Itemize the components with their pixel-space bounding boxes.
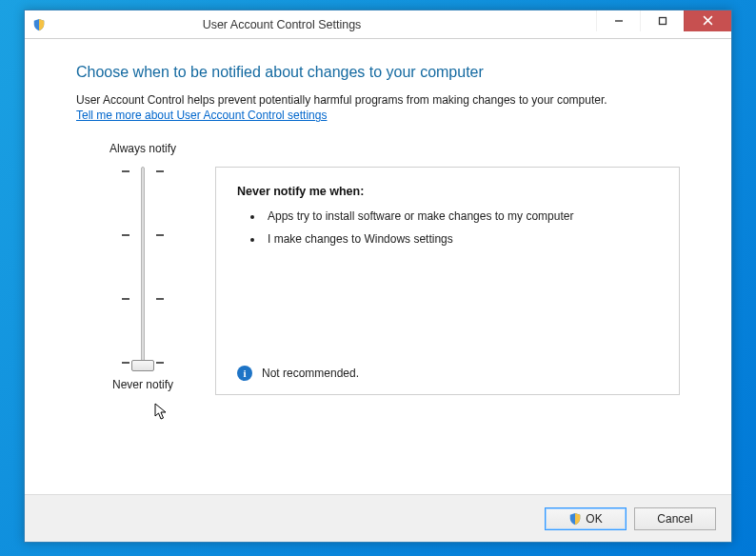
slider-label-always: Always notify [76, 142, 209, 155]
notification-description-panel: Never notify me when: Apps try to instal… [215, 167, 680, 395]
window-title: User Account Control Settings [0, 18, 596, 31]
panel-footer: i Not recommended. [237, 356, 658, 381]
notification-slider: Always notify Never notify [76, 142, 209, 391]
svg-rect-1 [659, 17, 666, 24]
slider-thumb[interactable] [131, 360, 154, 371]
page-description: User Account Control helps prevent poten… [76, 92, 680, 123]
dialog-footer: OK Cancel [25, 494, 731, 542]
slider-track[interactable] [76, 167, 209, 367]
panel-item: I make changes to Windows settings [264, 232, 658, 246]
shield-icon [568, 512, 582, 526]
panel-item-list: Apps try to install software or make cha… [237, 209, 658, 255]
slider-area: Always notify Never notify Never notify … [76, 142, 680, 395]
panel-footer-text: Not recommended. [262, 367, 359, 380]
ok-button-label: OK [586, 512, 602, 526]
cancel-button-label: Cancel [657, 512, 692, 526]
maximize-button[interactable] [640, 10, 684, 31]
content-area: Choose when to be notified about changes… [25, 39, 731, 494]
ok-button[interactable]: OK [545, 507, 627, 530]
slider-label-never: Never notify [76, 378, 209, 391]
window-controls [596, 10, 731, 31]
learn-more-link[interactable]: Tell me more about User Account Control … [76, 108, 327, 123]
info-icon: i [237, 366, 252, 381]
panel-title: Never notify me when: [237, 185, 658, 198]
cancel-button[interactable]: Cancel [634, 507, 716, 530]
close-button[interactable] [684, 10, 731, 31]
minimize-button[interactable] [596, 10, 640, 31]
titlebar[interactable]: User Account Control Settings [25, 10, 731, 39]
page-heading: Choose when to be notified about changes… [76, 64, 680, 81]
panel-item: Apps try to install software or make cha… [264, 209, 658, 223]
uac-settings-window: User Account Control Settings Choose whe… [24, 10, 732, 543]
description-text: User Account Control helps prevent poten… [76, 93, 607, 107]
